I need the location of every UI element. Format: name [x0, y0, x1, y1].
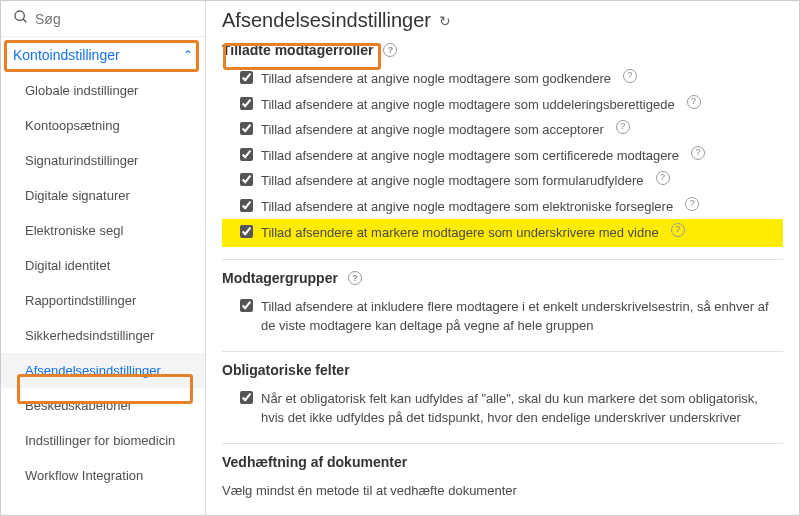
checkbox[interactable] — [240, 199, 253, 212]
search-bar[interactable] — [1, 1, 205, 37]
divider — [222, 443, 783, 444]
help-icon[interactable]: ? — [687, 95, 701, 109]
checkbox-row-role[interactable]: Tillad afsendere at markere modtagere so… — [222, 219, 783, 247]
nav-item[interactable]: Kontoopsætning — [1, 108, 205, 143]
svg-line-1 — [23, 19, 26, 22]
checkbox[interactable] — [240, 71, 253, 84]
page-title: Afsendelsesindstillinger ↻ — [222, 9, 783, 32]
checkbox[interactable] — [240, 299, 253, 312]
help-icon[interactable]: ? — [623, 69, 637, 83]
nav-header-label: Kontoindstillinger — [13, 47, 120, 63]
checkbox-label: Når et obligatorisk felt kan udfyldes af… — [261, 389, 783, 428]
chevron-up-icon: ⌃ — [183, 48, 193, 62]
checkbox[interactable] — [240, 148, 253, 161]
search-input[interactable] — [35, 11, 193, 27]
checkbox-row-role[interactable]: Tillad afsendere at angive nogle modtage… — [222, 92, 783, 118]
checkbox-row-role[interactable]: Tillad afsendere at angive nogle modtage… — [222, 66, 783, 92]
svg-point-0 — [15, 11, 24, 20]
nav-item[interactable]: Sikkerhedsindstillinger — [1, 318, 205, 353]
nav-item[interactable]: Rapportindstillinger — [1, 283, 205, 318]
checkbox[interactable] — [240, 225, 253, 238]
checkbox-label: Tillad afsendere at angive nogle modtage… — [261, 197, 673, 217]
refresh-icon[interactable]: ↻ — [439, 13, 451, 29]
checkbox-label: Tillad afsendere at markere modtagere so… — [261, 223, 659, 243]
nav-header-kontoindstillinger[interactable]: Kontoindstillinger ⌃ — [1, 37, 205, 73]
attach-desc: Vælg mindst én metode til at vedhæfte do… — [222, 478, 783, 504]
checkbox-label: Tillad afsendere at angive nogle modtage… — [261, 171, 644, 191]
nav-item[interactable]: Digital identitet — [1, 248, 205, 283]
checkbox-row-role[interactable]: Tillad afsendere at angive nogle modtage… — [222, 168, 783, 194]
help-icon[interactable]: ? — [656, 171, 670, 185]
nav-item[interactable]: Workflow Integration — [1, 458, 205, 493]
checkbox[interactable] — [240, 391, 253, 404]
nav-item[interactable]: Beskedskabeloner — [1, 388, 205, 423]
nav-item[interactable]: Globale indstillinger — [1, 73, 205, 108]
checkbox[interactable] — [240, 173, 253, 186]
search-icon — [13, 9, 29, 28]
nav-item[interactable]: Digitale signaturer — [1, 178, 205, 213]
help-icon[interactable]: ? — [616, 120, 630, 134]
help-icon[interactable]: ? — [685, 197, 699, 211]
nav-item[interactable]: Elektroniske segl — [1, 213, 205, 248]
checkbox-label: Tillad afsendere at angive nogle modtage… — [261, 95, 675, 115]
help-icon[interactable]: ? — [671, 223, 685, 237]
checkbox-row-groups[interactable]: Tillad afsendere at inkludere flere modt… — [222, 294, 783, 339]
checkbox-row-role[interactable]: Tillad afsendere at angive nogle modtage… — [222, 117, 783, 143]
nav-item[interactable]: Signaturindstillinger — [1, 143, 205, 178]
help-icon[interactable]: ? — [691, 146, 705, 160]
checkbox-row-role[interactable]: Tillad afsendere at angive nogle modtage… — [222, 194, 783, 220]
help-icon[interactable]: ? — [348, 271, 362, 285]
checkbox-row-role[interactable]: Tillad afsendere at angive nogle modtage… — [222, 143, 783, 169]
section-title-groups: Modtagergrupper ? — [222, 270, 783, 286]
checkbox-label: Tillad afsendere at angive nogle modtage… — [261, 69, 611, 89]
checkbox-label: Tillad afsendere at inkludere flere modt… — [261, 297, 783, 336]
section-title-attach: Vedhæftning af dokumenter — [222, 454, 783, 470]
checkbox-row-mandatory[interactable]: Når et obligatorisk felt kan udfyldes af… — [222, 386, 783, 431]
section-title-mandatory: Obligatoriske felter — [222, 362, 783, 378]
checkbox[interactable] — [240, 122, 253, 135]
divider — [222, 351, 783, 352]
help-icon[interactable]: ? — [383, 43, 397, 57]
divider — [222, 259, 783, 260]
checkbox-label: Tillad afsendere at angive nogle modtage… — [261, 146, 679, 166]
nav-item[interactable]: Indstillinger for biomedicin — [1, 423, 205, 458]
checkbox-label: Tillad afsendere at angive nogle modtage… — [261, 120, 604, 140]
checkbox[interactable] — [240, 97, 253, 110]
nav-item[interactable]: Afsendelsesindstillinger — [1, 353, 205, 388]
section-title-roles: Tilladte modtagerroller ? — [222, 42, 783, 58]
